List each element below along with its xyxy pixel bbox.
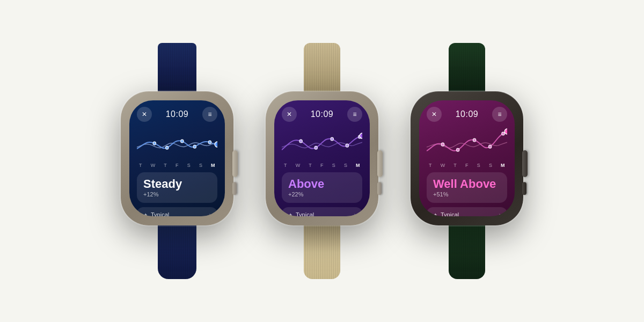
watch-steady: ✕ 10:09 ≡ (121, 43, 233, 279)
metric-change-1: +12% (143, 191, 211, 197)
watch-body-3: ✕ 10:09 ≡ (411, 91, 523, 225)
svg-point-3 (193, 145, 196, 148)
day-labels-3: T W T F S S M (427, 163, 507, 168)
menu-button-2[interactable]: ≡ (347, 107, 362, 122)
close-button-1[interactable]: ✕ (137, 107, 152, 122)
chevron-icon-1: › (209, 212, 211, 216)
day-F-1: F (175, 163, 179, 168)
menu-icon-2: ≡ (353, 111, 356, 118)
watch-screen-1: ✕ 10:09 ≡ (129, 100, 225, 216)
close-button-2[interactable]: ✕ (282, 107, 297, 122)
svg-point-12 (441, 143, 444, 146)
watch-crown-3 (522, 150, 528, 177)
svg-point-17 (504, 129, 507, 134)
metric-change-2: +22% (288, 191, 356, 197)
svg-point-9 (346, 144, 349, 147)
svg-point-7 (314, 146, 318, 149)
close-icon-2: ✕ (287, 111, 292, 118)
metrics-card-1: Steady +12% (137, 172, 217, 203)
svg-point-0 (153, 142, 156, 145)
svg-point-15 (488, 145, 492, 148)
typical-icon-3: ✦ (433, 212, 437, 216)
day-W-2: W (296, 163, 301, 168)
topbar-3: ✕ 10:09 ≡ (427, 107, 507, 122)
band-top-1 (158, 43, 196, 91)
typical-left-2: ✦ Typical (288, 211, 314, 216)
typical-icon-2: ✦ (288, 212, 292, 216)
chart-1 (137, 128, 217, 160)
topbar-1: ✕ 10:09 ≡ (137, 107, 217, 122)
chart-3 (427, 128, 507, 160)
watch-screen-2: ✕ 10:09 ≡ (274, 100, 370, 216)
metric-title-1: Steady (143, 178, 211, 191)
day-T2-2: T (309, 163, 312, 168)
time-display-3: 10:09 (456, 109, 479, 119)
day-M-3: M (501, 163, 505, 168)
day-S2-1: S (199, 163, 202, 168)
band-bottom-2 (304, 225, 340, 279)
svg-point-13 (456, 148, 459, 151)
watch-screen-3: ✕ 10:09 ≡ (419, 100, 515, 216)
watch-body-1: ✕ 10:09 ≡ (121, 91, 233, 225)
watch-side-btn-2 (377, 182, 382, 195)
svg-point-4 (208, 141, 211, 144)
typical-icon-1: ✦ (143, 212, 148, 216)
watch-above: ✕ 10:09 ≡ (266, 43, 378, 279)
svg-point-6 (299, 140, 303, 143)
typical-button-2[interactable]: ✦ Typical › (282, 207, 362, 216)
band-top-2 (304, 43, 340, 91)
watch-crown-1 (232, 150, 238, 177)
day-T-3: T (429, 163, 432, 168)
topbar-2: ✕ 10:09 ≡ (282, 107, 362, 122)
day-labels-1: T W T F S S M (137, 163, 217, 168)
typical-label-1: Typical (151, 211, 169, 216)
watch-side-btn-3 (522, 182, 526, 195)
metrics-card-2: Above +22% (282, 172, 362, 203)
watch-side-btn-1 (232, 182, 237, 195)
typical-button-3[interactable]: ✦ Typical › (427, 207, 507, 216)
metrics-card-3: Well Above +51% (427, 172, 507, 203)
svg-point-8 (331, 137, 334, 141)
day-labels-2: T W T F S S M (282, 163, 362, 168)
typical-label-2: Typical (296, 211, 314, 216)
day-T-2: T (284, 163, 287, 168)
day-F-2: F (320, 163, 324, 168)
day-S-3: S (477, 163, 480, 168)
close-icon-3: ✕ (431, 111, 437, 118)
day-M-1: M (211, 163, 215, 168)
day-W-3: W (441, 163, 445, 168)
menu-button-1[interactable]: ≡ (202, 107, 217, 122)
watch-body-2: ✕ 10:09 ≡ (266, 91, 378, 225)
chevron-icon-2: › (354, 212, 356, 216)
band-top-3 (449, 43, 485, 91)
typical-button-1[interactable]: ✦ Typical › (137, 207, 217, 216)
day-M-2: M (356, 163, 360, 168)
day-T-1: T (139, 163, 142, 168)
day-S-2: S (332, 163, 335, 168)
day-S2-3: S (489, 163, 492, 168)
close-icon-1: ✕ (142, 111, 147, 118)
svg-point-1 (165, 146, 169, 149)
day-S2-2: S (344, 163, 347, 168)
svg-point-5 (215, 142, 217, 147)
metric-title-2: Above (288, 178, 356, 191)
typical-left-3: ✦ Typical (433, 211, 459, 216)
menu-icon-1: ≡ (208, 111, 211, 118)
time-display-1: 10:09 (166, 109, 189, 119)
watch-well-above: ✕ 10:09 ≡ (411, 43, 523, 279)
metric-title-3: Well Above (433, 178, 501, 191)
metric-change-3: +51% (433, 191, 501, 197)
typical-left-1: ✦ Typical (143, 211, 169, 216)
day-T2-1: T (164, 163, 167, 168)
day-S-1: S (187, 163, 191, 168)
svg-point-16 (502, 132, 505, 135)
band-bottom-1 (158, 225, 196, 279)
chart-2 (282, 128, 362, 160)
svg-point-2 (181, 140, 184, 143)
time-display-2: 10:09 (311, 109, 334, 119)
svg-point-14 (473, 138, 476, 142)
menu-button-3[interactable]: ≡ (492, 107, 507, 122)
close-button-3[interactable]: ✕ (427, 107, 442, 122)
band-bottom-3 (449, 225, 485, 279)
typical-label-3: Typical (441, 211, 459, 216)
